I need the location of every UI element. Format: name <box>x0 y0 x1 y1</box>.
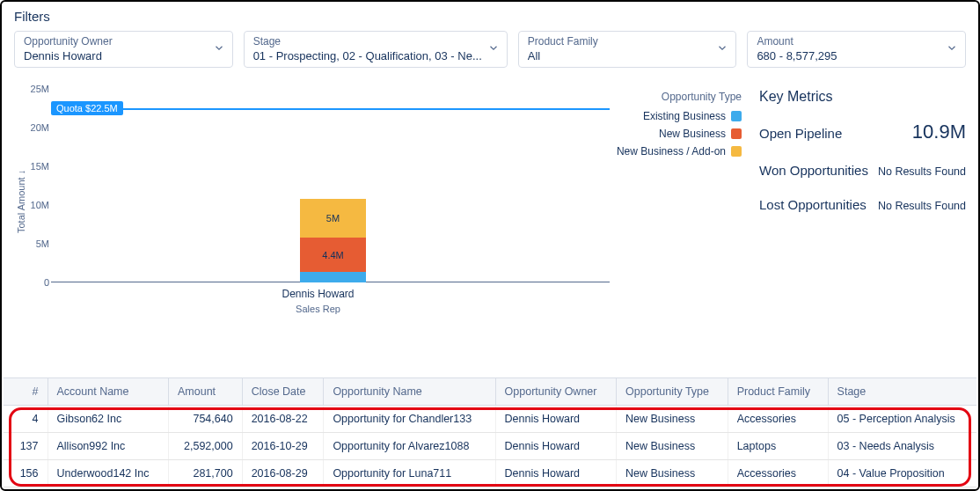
filter-label: Product Family <box>528 35 712 49</box>
legend-item[interactable]: Existing Business <box>610 110 742 122</box>
table-cell: 137 <box>4 433 48 460</box>
bar-segment[interactable]: 4.4M <box>300 238 366 272</box>
y-tick: 10M <box>26 200 49 210</box>
legend-swatch <box>731 128 742 139</box>
metric-value: No Results Found <box>878 165 966 178</box>
table-cell: Allison992 Inc <box>48 433 169 460</box>
legend-swatch <box>731 111 742 121</box>
filter-label: Opportunity Owner <box>24 35 208 49</box>
table-cell: Accessories <box>728 406 828 433</box>
legend-item[interactable]: New Business / Add-on <box>610 145 742 158</box>
column-header[interactable]: Opportunity Name <box>324 378 495 406</box>
filter-label: Amount <box>757 35 940 49</box>
chevron-down-icon <box>716 42 728 57</box>
x-axis-title: Sales Rep <box>26 304 610 314</box>
metric-label: Lost Opportunities <box>759 197 867 212</box>
bar-segment-label: 5M <box>300 213 366 224</box>
table-cell: New Business <box>617 460 728 487</box>
column-header[interactable]: Opportunity Owner <box>495 378 616 406</box>
table-cell: 2016-08-29 <box>242 460 324 487</box>
table-cell: 2016-08-22 <box>242 406 324 433</box>
table-cell: Gibson62 Inc <box>48 406 169 433</box>
table-row[interactable]: 137Allison992 Inc2,592,0002016-10-29Oppo… <box>4 433 976 460</box>
metric-value: No Results Found <box>878 200 966 212</box>
table-cell: Dennis Howard <box>495 406 616 433</box>
filters-heading: Filters <box>14 9 966 24</box>
metric-label: Won Opportunities <box>759 163 868 178</box>
table-cell: 04 - Value Proposition <box>828 460 976 487</box>
filter-value: 01 - Prospecting, 02 - Qualification, 03… <box>253 49 482 64</box>
column-header[interactable]: Product Family <box>728 378 828 406</box>
table-cell: Dennis Howard <box>495 433 616 460</box>
column-header[interactable]: Amount <box>169 378 243 406</box>
table-cell: 754,640 <box>169 406 243 433</box>
column-header[interactable]: # <box>4 378 48 406</box>
opportunity-table[interactable]: #Account NameAmountClose DateOpportunity… <box>4 378 976 487</box>
column-header[interactable]: Opportunity Type <box>617 378 728 406</box>
y-tick: 0 <box>26 277 49 288</box>
table-cell: 2,592,000 <box>169 433 243 460</box>
chevron-down-icon <box>213 42 225 57</box>
bar-segment[interactable] <box>300 272 366 282</box>
table-cell: Laptops <box>728 433 828 460</box>
filter-stage[interactable]: Stage01 - Prospecting, 02 - Qualificatio… <box>244 31 508 68</box>
table-cell: Dennis Howard <box>495 460 616 487</box>
metric-value: 10.9M <box>912 121 966 143</box>
legend-item[interactable]: New Business <box>610 128 742 140</box>
quota-label: Quota $22.5M <box>51 101 123 115</box>
table-cell: 4 <box>4 406 48 433</box>
table-cell: 05 - Perception Analysis <box>828 406 976 433</box>
metric-label: Open Pipeline <box>759 126 842 141</box>
table-cell: 281,700 <box>169 460 243 487</box>
y-tick: 25M <box>26 84 49 94</box>
metric-row: Lost OpportunitiesNo Results Found <box>759 197 966 212</box>
filter-amount[interactable]: Amount680 - 8,577,295 <box>747 31 966 68</box>
table-cell: Opportunity for Luna711 <box>324 460 495 487</box>
quota-line <box>51 108 610 110</box>
filter-label: Stage <box>253 35 482 49</box>
y-axis-label: Total Amount ↓ <box>14 89 26 314</box>
table-cell: New Business <box>617 406 728 433</box>
metrics-heading: Key Metrics <box>759 89 966 105</box>
filter-opportunity-owner[interactable]: Opportunity OwnerDennis Howard <box>14 31 233 68</box>
filter-product-family[interactable]: Product FamilyAll <box>518 31 737 68</box>
table-row[interactable]: 4Gibson62 Inc754,6402016-08-22Opportunit… <box>4 406 976 433</box>
metric-row: Won OpportunitiesNo Results Found <box>759 163 966 178</box>
chevron-down-icon <box>487 42 500 57</box>
table-cell: Underwood142 Inc <box>48 460 169 487</box>
legend-label: New Business <box>659 128 726 140</box>
table-cell: 03 - Needs Analysis <box>828 433 976 460</box>
y-tick: 15M <box>26 161 49 172</box>
filter-value: Dennis Howard <box>24 49 208 64</box>
x-category-label: Dennis Howard <box>26 288 610 300</box>
chevron-down-icon <box>946 42 958 57</box>
bar-stack[interactable]: 5M4.4M <box>300 199 366 282</box>
legend-title: Opportunity Type <box>610 91 742 103</box>
column-header[interactable]: Close Date <box>242 378 324 406</box>
bar-segment[interactable]: 5M <box>300 199 366 238</box>
y-tick: 20M <box>26 122 49 133</box>
table-cell: Accessories <box>728 460 828 487</box>
column-header[interactable]: Stage <box>828 378 976 406</box>
table-cell: New Business <box>617 433 728 460</box>
table-cell: 2016-10-29 <box>242 433 324 460</box>
legend-label: Existing Business <box>643 110 726 122</box>
legend-swatch <box>731 146 742 157</box>
table-row[interactable]: 156Underwood142 Inc281,7002016-08-29Oppo… <box>4 460 976 487</box>
legend-label: New Business / Add-on <box>617 145 726 158</box>
table-cell: 156 <box>4 460 48 487</box>
y-tick: 5M <box>26 238 49 249</box>
table-cell: Opportunity for Chandler133 <box>324 406 495 433</box>
metric-row: Open Pipeline10.9M <box>759 121 966 143</box>
filter-value: All <box>528 49 712 64</box>
filter-value: 680 - 8,577,295 <box>757 49 940 64</box>
table-cell: Opportunity for Alvarez1088 <box>324 433 495 460</box>
bar-segment-label: 4.4M <box>300 250 366 260</box>
column-header[interactable]: Account Name <box>48 378 169 406</box>
